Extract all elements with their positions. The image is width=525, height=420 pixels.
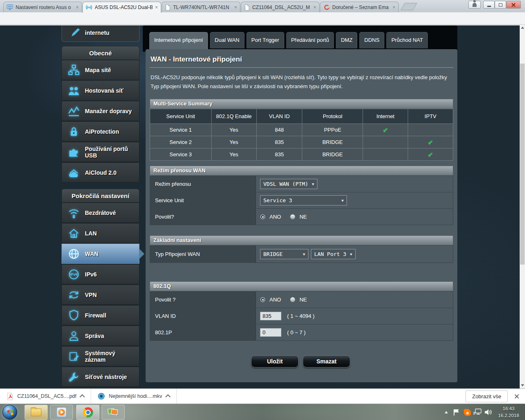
tab-nat-passthrough[interactable]: Průchod NAT (386, 32, 428, 48)
caret-down-icon: ▼ (350, 252, 352, 256)
tray-avast-icon[interactable]: a (463, 404, 472, 420)
sidebar-item-quick-setup[interactable]: internetu (62, 25, 139, 42)
chevron-up-icon[interactable] (166, 395, 171, 398)
page-icon (244, 4, 250, 11)
transfer-mode-dropdown[interactable]: VDSL WAN (PTM)▼ (260, 179, 317, 189)
sidebar-item-wireless[interactable]: Bezdrátové (62, 203, 139, 223)
sidebar-item-label: AiProtection (85, 128, 135, 135)
clock-date: 16.2.2018 (494, 412, 523, 419)
maximize-button[interactable] (495, 1, 506, 9)
tab-close-icon[interactable]: × (393, 5, 395, 10)
dropdown-value: LAN Port 3 (314, 251, 346, 257)
8021p-input[interactable] (260, 328, 281, 337)
sidebar-item-vpn[interactable]: VPN (62, 285, 139, 305)
browser-titlebar: Nastavení routeru Asus o × ASUS DSL-AC52… (0, 0, 525, 12)
radio-label: ANO (269, 214, 281, 220)
section-header-basic: Základní nastavení (150, 235, 453, 245)
tray-volume-icon[interactable] (483, 404, 493, 420)
taskbar-media-player-button[interactable] (50, 405, 73, 420)
delete-button[interactable]: Smazat (303, 355, 350, 368)
browser-tab-2-active[interactable]: ASUS DSL-AC52U Dual-B × (82, 2, 161, 13)
sidebar-item-lan[interactable]: LAN (62, 223, 139, 243)
sidebar-item-traffic-manager[interactable]: Manažer dopravy (62, 101, 139, 121)
tab-close-icon[interactable]: × (76, 5, 79, 10)
sidebar-item-usb[interactable]: Používání portů USB (62, 142, 139, 162)
browser-tab-3[interactable]: TL-WR740N/TL-WR741N × (162, 2, 240, 12)
radio-yes[interactable] (260, 297, 265, 302)
content-panel: WAN - Internetové připojení DSL-AC52U po… (146, 49, 457, 382)
tab-ddns[interactable]: DDNS (359, 32, 384, 48)
table-cell: Yes (211, 148, 256, 161)
table-cell (363, 148, 408, 161)
page-scrollbar[interactable] (520, 25, 525, 388)
taskbar-explorer-button[interactable] (25, 405, 48, 420)
action-center-icon[interactable] (452, 404, 461, 420)
sidebar-item-wan-selected[interactable]: WAN (62, 244, 139, 264)
folder-icon (31, 409, 41, 416)
field-hint: ( 0 ~ 7 ) (287, 329, 306, 336)
browser-tab-5[interactable]: Doručené – Seznam Ema × (320, 2, 399, 12)
tab-close-icon[interactable]: × (313, 5, 316, 10)
scrollbar-thumb[interactable] (520, 64, 525, 265)
tab-title: TL-WR740N/TL-WR741N (173, 5, 232, 10)
chevron-up-icon[interactable] (80, 395, 85, 398)
close-button[interactable] (506, 1, 521, 9)
sidebar-item-ipv6[interactable]: IPv6 IPv6 (62, 264, 139, 284)
download-item-pdf[interactable]: CZ11064_DSL_AC5....pdf (0, 389, 91, 404)
sidebar-item-guest-network[interactable]: Hostovaná síť (62, 80, 139, 100)
close-download-bar-icon[interactable] (514, 394, 519, 399)
browser-tab-4[interactable]: CZ11064_DSL_AC52U_M × (241, 2, 320, 12)
save-button[interactable]: Uložit (251, 355, 299, 368)
sidebar-item-aiprotection[interactable]: AiProtection (62, 121, 139, 142)
sidebar-item-system-log[interactable]: Systémový záznam (62, 346, 139, 366)
tab-internet-connection[interactable]: Internetové připojení (149, 32, 208, 51)
sidebar-item-firewall[interactable]: Firewall (62, 305, 139, 325)
tab-close-icon[interactable]: × (234, 5, 237, 10)
sidebar-item-label: Systémový záznam (85, 350, 135, 363)
radio-no[interactable] (290, 214, 295, 219)
lan-port-dropdown[interactable]: LAN Port 3▼ (311, 249, 356, 259)
sidebar-item-aicloud[interactable]: AiCloud 2.0 (62, 162, 139, 183)
tab-port-trigger[interactable]: Port Trigger (247, 32, 284, 48)
sidebar-header-general: Obecné (62, 46, 139, 60)
taskbar-chrome-button[interactable] (76, 405, 99, 420)
scroll-up-button[interactable] (520, 25, 525, 31)
column-header: VLAN ID (256, 109, 302, 124)
vlan-id-input[interactable] (260, 312, 281, 320)
tab-dmz[interactable]: DMZ (336, 32, 357, 48)
sidebar-item-administration[interactable]: Správa (62, 326, 139, 346)
content-tabs: Internetové připojení Dual WAN Port Trig… (149, 32, 428, 51)
table-row: Service 2 Yes 835 BRIDGE ✔ (150, 136, 453, 148)
browser-toolbar: ← → ⟳ i 192.168.1.1/cgi-bin/Advanced_DSL… (0, 12, 525, 25)
radio-no[interactable] (290, 297, 295, 302)
taskbar-clock[interactable]: 16:43 16.2.2018 (494, 405, 523, 419)
check-icon: ✔ (383, 126, 388, 133)
minimize-button[interactable] (483, 1, 495, 9)
taskbar: a 16:43 16.2.2018 (0, 404, 525, 420)
tray-expand-button[interactable] (442, 404, 450, 420)
profile-button[interactable] (468, 1, 481, 9)
sidebar-item-network-map[interactable]: Mapa sítě (62, 60, 139, 80)
sidebar-item-network-tools[interactable]: Síťové nástroje (62, 367, 139, 387)
wan-type-dropdown[interactable]: BRIDGE▼ (260, 249, 308, 259)
section-header-8021q: 802.1Q (150, 281, 453, 291)
tray-network-icon[interactable] (472, 404, 482, 420)
start-button[interactable] (2, 405, 17, 420)
new-tab-button[interactable] (401, 3, 417, 10)
taskbar-image-viewer-button[interactable] (102, 405, 125, 420)
tab-close-icon[interactable]: × (155, 5, 158, 10)
field-label: Povolit ? (150, 292, 256, 308)
globe-icon (68, 248, 80, 260)
scroll-down-button[interactable] (520, 382, 525, 388)
browser-tab-1[interactable]: Nastavení routeru Asus o × (3, 2, 82, 12)
sidebar-item-label: AiCloud 2.0 (85, 169, 135, 176)
tab-dual-wan[interactable]: Dual WAN (210, 32, 244, 48)
radio-label: NE (299, 297, 307, 303)
radio-yes[interactable] (260, 214, 265, 219)
show-all-downloads-button[interactable]: Zobrazit vše (466, 390, 508, 402)
tab-port-forwarding[interactable]: Předávání portů (286, 32, 334, 48)
lock-icon (68, 126, 80, 138)
svg-text:IPv6: IPv6 (70, 272, 78, 276)
download-item-mkv[interactable]: Nejtemnější hodi....mkv (91, 389, 177, 404)
service-unit-dropdown[interactable]: Service 3▼ (260, 195, 347, 205)
